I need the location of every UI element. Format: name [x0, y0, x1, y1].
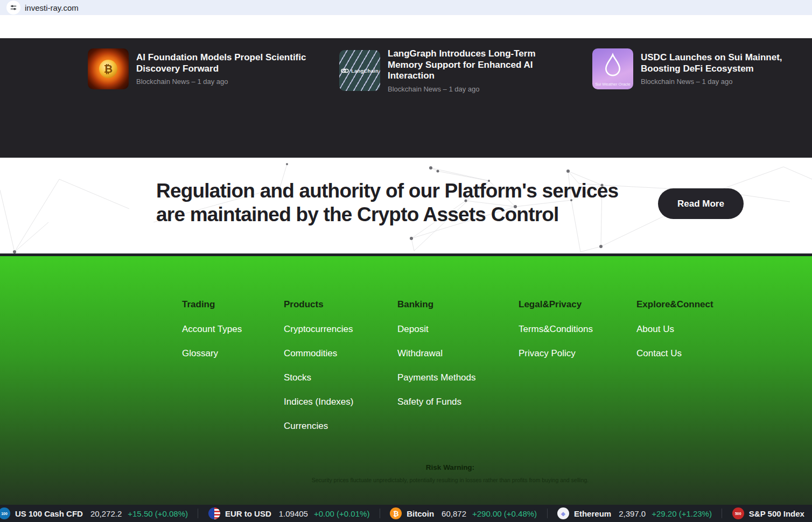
news-title[interactable]: USDC Launches on Sui Mainnet, Boosting D… [641, 52, 793, 74]
footer-column-trading: Trading Account Types Glossary [182, 300, 284, 446]
ethereum-badge-icon: ◆ [557, 507, 569, 519]
footer-column-title: Legal&Privacy [519, 300, 636, 309]
news-meta: Blockchain News – 1 day ago [388, 85, 545, 93]
footer-link-indices[interactable]: Indices (Indexes) [284, 397, 397, 407]
footer-column-explore-connect: Explore&Connect About Us Contact Us [636, 300, 718, 446]
read-more-button[interactable]: Read More [658, 188, 744, 219]
sliders-icon [10, 4, 17, 11]
news-title[interactable]: AI Foundation Models Propel Scientific D… [136, 52, 316, 74]
footer-link-contact-us[interactable]: Contact Us [636, 349, 718, 358]
ticker-value: 60,872 [442, 509, 466, 518]
us100-badge-icon: 100 [0, 507, 10, 519]
footer-column-legal-privacy: Legal&Privacy Terms&Conditions Privacy P… [519, 300, 636, 446]
langchain-logo-image: LangChain [339, 50, 380, 91]
browser-url-bar[interactable]: investi-ray.com [0, 0, 812, 15]
flaming-bitcoin-image: ₿ [88, 48, 129, 89]
ticker-value: 1.09405 [279, 509, 308, 518]
footer-link-stocks[interactable]: Stocks [284, 373, 397, 383]
sp500-badge-icon: 500 [732, 507, 744, 519]
eur-usd-flag-icon [208, 507, 220, 519]
footer-link-terms-conditions[interactable]: Terms&Conditions [519, 325, 636, 334]
risk-warning-text: Security prices fluctuate unpredictably,… [182, 477, 718, 483]
footer-link-about-us[interactable]: About Us [636, 325, 718, 334]
news-title[interactable]: LangGraph Introduces Long-Term Memory Su… [388, 48, 545, 82]
news-meta: Blockchain News – 1 day ago [136, 77, 316, 86]
footer-link-cryptocurrencies[interactable]: Cryptocurrencies [284, 325, 397, 334]
ticker-separator [380, 509, 380, 518]
footer: Trading Account Types Glossary Products … [0, 256, 812, 505]
ticker-change: +290.00 (+0.48%) [472, 509, 537, 518]
site-settings-icon[interactable] [6, 1, 20, 15]
ticker-separator [547, 509, 548, 518]
footer-link-withdrawal[interactable]: Withdrawal [397, 349, 519, 358]
footer-column-title: Products [284, 300, 397, 309]
market-ticker-bar: 100 US 100 Cash CFD 20,272.2 +15.50 (+0.… [0, 505, 812, 522]
news-card-usdc-sui[interactable]: Sui Weather Oracle USDC Launches on Sui … [592, 48, 793, 89]
water-drop-icon [603, 53, 623, 79]
ticker-name: S&P 500 Index [749, 509, 804, 518]
page: investi-ray.com ₿ AI Foundation Models P… [0, 0, 812, 522]
sui-weather-oracle-image: Sui Weather Oracle [592, 48, 633, 89]
ticker-value: 20,272.2 [90, 509, 122, 518]
footer-link-deposit[interactable]: Deposit [397, 325, 519, 334]
ticker-item-sp500[interactable]: 500 S&P 500 Index [732, 507, 812, 519]
ticker-item-us100[interactable]: 100 US 100 Cash CFD 20,272.2 +15.50 (+0.… [4, 507, 188, 519]
footer-column-products: Products Cryptocurrencies Commodities St… [284, 300, 397, 446]
ticker-change: +29.20 (+1.23%) [652, 509, 712, 518]
ticker-change: +15.50 (+0.08%) [128, 509, 188, 518]
ticker-name: US 100 Cash CFD [15, 509, 83, 518]
ticker-name: Ethereum [574, 509, 611, 518]
ticker-change: +0.00 (+0.01%) [314, 509, 369, 518]
ticker-separator [722, 509, 722, 518]
bitcoin-badge-icon: ₿ [390, 507, 402, 519]
footer-column-title: Explore&Connect [636, 300, 718, 309]
footer-link-commodities[interactable]: Commodities [284, 349, 397, 358]
news-card-langgraph[interactable]: LangChain LangGraph Introduces Long-Term… [339, 48, 545, 93]
footer-link-currencies[interactable]: Currencies [284, 421, 397, 431]
footer-link-safety-of-funds[interactable]: Safety of Funds [397, 397, 519, 407]
ticker-name: EUR to USD [225, 509, 271, 518]
footer-link-glossary[interactable]: Glossary [182, 349, 284, 358]
footer-link-payments-methods[interactable]: Payments Methods [397, 373, 519, 383]
ticker-item-ethereum[interactable]: ◆ Ethereum 2,397.0 +29.20 (+1.23%) [557, 507, 712, 519]
news-meta: Blockchain News – 1 day ago [641, 77, 793, 86]
footer-columns: Trading Account Types Glossary Products … [182, 300, 718, 446]
ticker-name: Bitcoin [407, 509, 434, 518]
url-text[interactable]: investi-ray.com [25, 3, 79, 12]
footer-column-banking: Banking Deposit Withdrawal Payments Meth… [397, 300, 519, 446]
footer-column-title: Trading [182, 300, 284, 309]
news-strip: ₿ AI Foundation Models Propel Scientific… [0, 38, 812, 158]
ticker-item-eurusd[interactable]: EUR to USD 1.09405 +0.00 (+0.01%) [208, 507, 369, 519]
hero-section: Regulation and authority of our Platform… [0, 158, 812, 253]
langchain-label: LangChain [351, 68, 379, 74]
bitcoin-coin-icon: ₿ [99, 60, 117, 78]
ticker-separator [198, 509, 198, 518]
news-card-ai-foundation[interactable]: ₿ AI Foundation Models Propel Scientific… [88, 48, 316, 89]
hero-headline: Regulation and authority of our Platform… [156, 179, 646, 227]
footer-link-account-types[interactable]: Account Types [182, 325, 284, 334]
ticker-value: 2,397.0 [619, 509, 646, 518]
ticker-item-bitcoin[interactable]: ₿ Bitcoin 60,872 +290.00 (+0.48%) [390, 507, 537, 519]
sui-label: Sui Weather Oracle [592, 82, 633, 87]
footer-column-title: Banking [397, 300, 519, 309]
chain-link-icon [341, 68, 349, 74]
risk-warning-title: Risk Warning: [182, 463, 718, 471]
risk-warning: Risk Warning: Security prices fluctuate … [182, 463, 718, 483]
footer-link-privacy-policy[interactable]: Privacy Policy [519, 349, 636, 358]
